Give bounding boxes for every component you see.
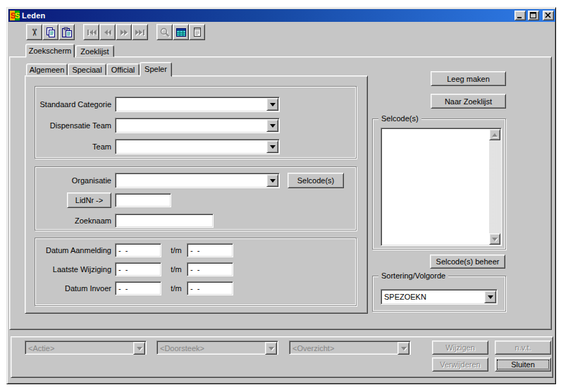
minimize-button[interactable] bbox=[514, 11, 526, 20]
dropdown-arrow-button[interactable] bbox=[484, 290, 496, 303]
chevron-down-icon bbox=[269, 347, 274, 350]
grid-view-button[interactable] bbox=[173, 24, 189, 40]
datum-invoer-tm-input[interactable]: - - bbox=[187, 281, 233, 295]
screen: SS Leden ✂ bbox=[0, 0, 561, 392]
titlebar[interactable]: SS Leden bbox=[8, 9, 555, 22]
selcodes-group-title: Selcode(s) bbox=[378, 114, 421, 123]
combo-value: SPEZOEKN bbox=[384, 291, 483, 302]
maximize-button[interactable] bbox=[528, 11, 539, 20]
dispensatie-team-label: Dispensatie Team bbox=[39, 118, 111, 133]
tm-label: t/m bbox=[168, 281, 185, 296]
tab-speciaal[interactable]: Speciaal bbox=[68, 63, 106, 75]
nvt-button: n.v.t. bbox=[495, 341, 551, 355]
datum-invoer-van-input[interactable]: - - bbox=[115, 281, 161, 295]
previous-record-icon bbox=[102, 27, 113, 38]
team-combobox[interactable] bbox=[115, 139, 280, 154]
leeg-maken-button[interactable]: Leeg maken bbox=[431, 71, 506, 86]
sluiten-button[interactable]: Sluiten bbox=[495, 357, 551, 372]
tab-algemeen[interactable]: Algemeen bbox=[26, 63, 68, 75]
last-record-button[interactable] bbox=[132, 24, 148, 40]
dropdown-arrow-button[interactable] bbox=[266, 98, 278, 111]
vertical-scrollbar[interactable] bbox=[489, 129, 500, 245]
standaard-categorie-label: Standaard Categorie bbox=[39, 97, 111, 112]
dropdown-arrow-button bbox=[133, 342, 145, 355]
next-record-icon bbox=[118, 27, 130, 38]
tab-speler[interactable]: Speler bbox=[140, 62, 172, 77]
copy-button[interactable] bbox=[42, 24, 58, 40]
tab-official[interactable]: Official bbox=[106, 63, 140, 75]
organisatie-combobox[interactable] bbox=[115, 173, 280, 188]
laatste-wijziging-van-input[interactable]: - - bbox=[115, 262, 161, 276]
scrollbar-track[interactable] bbox=[489, 140, 500, 233]
lidnr-input[interactable] bbox=[115, 193, 171, 207]
doorsteek-combobox: <Doorsteek> bbox=[156, 341, 278, 355]
sortering-combobox[interactable]: SPEZOEKN bbox=[381, 289, 498, 305]
standaard-categorie-combobox[interactable] bbox=[115, 97, 280, 112]
lidnr-button[interactable]: LidNr -> bbox=[67, 192, 111, 208]
table-icon bbox=[175, 27, 187, 38]
actie-combobox: <Actie> bbox=[25, 341, 147, 355]
minimize-icon bbox=[517, 12, 524, 19]
datum-invoer-label: Datum Invoer bbox=[39, 281, 111, 296]
scissors-icon: ✂ bbox=[29, 28, 39, 37]
verwijderen-button: Verwijderen bbox=[432, 357, 488, 372]
cut-button[interactable]: ✂ bbox=[26, 24, 42, 40]
tab-zoekscherm[interactable]: Zoekscherm bbox=[25, 44, 75, 58]
report-button[interactable] bbox=[189, 24, 205, 40]
close-button[interactable] bbox=[543, 11, 554, 20]
maximize-icon bbox=[530, 12, 537, 19]
selcodes-listbox[interactable] bbox=[381, 128, 502, 246]
team-label: Team bbox=[39, 139, 111, 154]
dropdown-arrow-button bbox=[265, 342, 277, 355]
document-icon bbox=[192, 27, 203, 38]
dropdown-arrow-button[interactable] bbox=[266, 140, 278, 153]
paste-button[interactable] bbox=[58, 24, 75, 40]
chevron-down-icon bbox=[270, 179, 276, 183]
app-icon: SS bbox=[10, 11, 20, 20]
datum-aanmelding-van-input[interactable]: - - bbox=[115, 243, 161, 257]
scroll-down-button[interactable] bbox=[489, 233, 500, 245]
magnifier-icon bbox=[159, 27, 171, 38]
next-record-button[interactable] bbox=[116, 24, 132, 40]
last-record-icon bbox=[135, 27, 146, 38]
first-record-icon bbox=[86, 27, 97, 38]
zoeknaam-label: Zoeknaam bbox=[39, 213, 111, 228]
search-button[interactable] bbox=[156, 24, 173, 40]
datum-aanmelding-label: Datum Aanmelding bbox=[39, 243, 111, 258]
wijzigen-button: Wijzigen bbox=[432, 341, 488, 355]
chevron-down-icon bbox=[270, 145, 276, 149]
datum-aanmelding-tm-input[interactable]: - - bbox=[187, 243, 233, 257]
chevron-down-icon bbox=[270, 124, 276, 128]
paste-icon bbox=[61, 27, 73, 38]
window-title: Leden bbox=[22, 11, 45, 20]
chevron-down-icon bbox=[270, 103, 276, 106]
zoeknaam-input[interactable] bbox=[115, 214, 214, 228]
tab-zoeklijst[interactable]: Zoeklijst bbox=[75, 45, 114, 57]
chevron-down-icon bbox=[137, 347, 142, 350]
scroll-up-button[interactable] bbox=[489, 129, 500, 140]
combo-value: <Doorsteek> bbox=[160, 343, 264, 354]
copy-icon bbox=[45, 27, 56, 38]
overzicht-combobox: <Overzicht> bbox=[289, 341, 411, 355]
naar-zoeklijst-button[interactable]: Naar Zoeklijst bbox=[431, 94, 506, 109]
previous-record-button[interactable] bbox=[99, 24, 116, 40]
selcodes-beheer-button[interactable]: Selcode(s) beheer bbox=[430, 255, 505, 269]
tm-label: t/m bbox=[168, 243, 185, 258]
sortering-group-title: Sortering/Volgorde bbox=[378, 271, 448, 281]
arrow-up-icon bbox=[492, 133, 498, 137]
chevron-down-icon bbox=[401, 347, 407, 350]
dropdown-arrow-button[interactable] bbox=[266, 119, 278, 132]
dropdown-arrow-button[interactable] bbox=[266, 174, 278, 187]
dropdown-arrow-button bbox=[397, 342, 409, 355]
organisatie-label: Organisatie bbox=[39, 173, 111, 188]
dispensatie-team-combobox[interactable] bbox=[115, 118, 280, 133]
tm-label: t/m bbox=[168, 262, 185, 277]
laatste-wijziging-tm-input[interactable]: - - bbox=[187, 262, 233, 276]
combo-value: <Actie> bbox=[28, 343, 132, 354]
leden-window: SS Leden ✂ bbox=[6, 7, 556, 384]
chevron-down-icon bbox=[488, 295, 493, 299]
arrow-down-icon bbox=[492, 238, 498, 241]
combo-value: <Overzicht> bbox=[292, 343, 396, 354]
first-record-button[interactable] bbox=[83, 24, 99, 40]
selcodes-button[interactable]: Selcode(s) bbox=[288, 173, 344, 188]
